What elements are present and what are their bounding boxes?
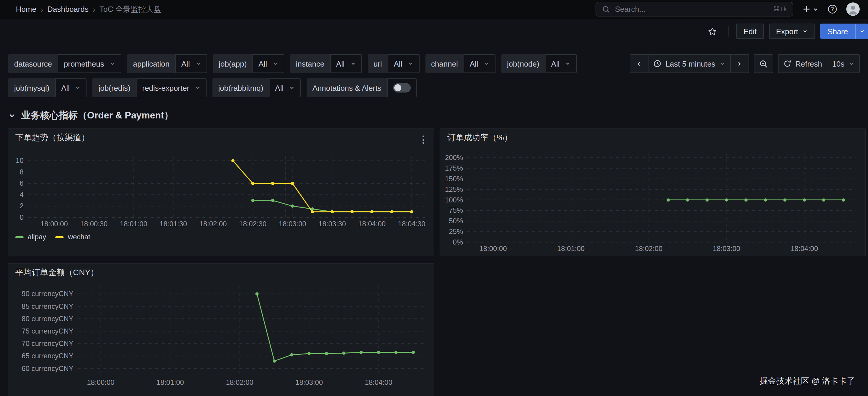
share-button[interactable]: Share — [820, 24, 855, 39]
filter-job-app-select[interactable]: All — [253, 54, 284, 73]
filter-job-redis-select[interactable]: redis-exporter — [136, 78, 206, 97]
filter-application-select[interactable]: All — [175, 54, 207, 73]
filter-job-mysql-select[interactable]: All — [55, 78, 87, 97]
grafana-dashboard: Home › Dashboards › ToC 全景监控大盘 Search...… — [0, 0, 868, 396]
chevron-down-icon — [350, 61, 356, 66]
panel-header[interactable]: 平均订单金额（CNY） — [8, 264, 434, 282]
svg-text:80 currencyCNY: 80 currencyCNY — [22, 315, 73, 322]
svg-text:18:01:00: 18:01:00 — [120, 220, 147, 228]
filter-label: job(app) — [213, 54, 252, 73]
chevron-down-icon — [195, 85, 201, 91]
breadcrumb: Home › Dashboards › ToC 全景监控大盘 — [16, 4, 161, 15]
svg-text:25%: 25% — [449, 227, 463, 235]
legend-item-alipay[interactable]: alipay — [15, 233, 46, 241]
filter-value: All — [551, 59, 560, 68]
svg-text:200%: 200% — [445, 153, 463, 162]
search-input[interactable]: Search... ⌘+k — [595, 2, 793, 17]
chevron-down-icon — [273, 61, 278, 66]
breadcrumb-dashboards[interactable]: Dashboards — [48, 5, 89, 13]
filter-job-node: job(node) All — [501, 54, 577, 73]
breadcrumb-separator-icon: › — [93, 5, 95, 13]
filter-datasource-select[interactable]: prometheus — [58, 54, 121, 73]
filter-job-node-select[interactable]: All — [545, 54, 577, 73]
filter-uri-select[interactable]: All — [388, 54, 419, 73]
annotations-toggle[interactable] — [393, 83, 411, 92]
chevron-down-icon — [195, 61, 201, 66]
breadcrumb-separator-icon: › — [40, 5, 43, 13]
filter-label: channel — [425, 54, 464, 73]
refresh-interval-button[interactable]: 10s — [827, 54, 860, 73]
top-nav: Home › Dashboards › ToC 全景监控大盘 Search...… — [0, 0, 868, 19]
chevron-down-icon — [289, 85, 295, 91]
time-shift-back-button[interactable] — [630, 54, 649, 73]
zoom-out-button[interactable] — [753, 54, 773, 73]
breadcrumb-home[interactable]: Home — [16, 5, 36, 13]
svg-text:18:02:00: 18:02:00 — [635, 245, 662, 253]
refresh-icon — [783, 59, 791, 68]
filter-instance-select[interactable]: All — [330, 54, 362, 73]
legend-label: alipay — [28, 233, 46, 241]
new-button[interactable] — [802, 5, 818, 13]
time-range-button[interactable]: Last 5 minutes — [648, 54, 731, 73]
svg-text:90 currencyCNY: 90 currencyCNY — [22, 290, 73, 298]
order-success-rate-chart[interactable]: 18:00:0018:01:0018:02:0018:03:0018:04:00… — [444, 147, 861, 254]
filter-instance: instance All — [290, 54, 362, 73]
filter-label: datasource — [8, 54, 58, 73]
chevron-down-icon — [110, 61, 115, 66]
svg-text:50%: 50% — [449, 217, 463, 225]
panel-avg-order-amount: 平均订单金额（CNY） 18:00:0018:01:0018:02:0018:0… — [8, 263, 434, 396]
svg-text:2: 2 — [20, 202, 24, 210]
edit-button[interactable]: Edit — [737, 24, 764, 39]
variables-row-1: datasource prometheus application All jo… — [8, 54, 577, 73]
svg-text:18:02:30: 18:02:30 — [239, 220, 266, 228]
panel-menu-icon[interactable] — [419, 134, 428, 146]
filter-value: prometheus — [64, 59, 104, 68]
order-trend-chart[interactable]: 18:00:0018:00:3018:01:0018:01:3018:02:00… — [12, 147, 430, 229]
time-shift-forward-button[interactable] — [730, 54, 749, 73]
refresh-button[interactable]: Refresh — [778, 54, 827, 73]
filter-job-rabbitmq: job(rabbitmq) All — [212, 78, 301, 97]
svg-text:6: 6 — [20, 179, 24, 187]
time-range-label: Last 5 minutes — [665, 59, 715, 68]
panel-title: 订单成功率（%） — [447, 133, 512, 143]
help-button[interactable]: ? — [827, 4, 837, 14]
svg-text:18:01:30: 18:01:30 — [159, 220, 187, 228]
filter-job-mysql: job(mysql) All — [8, 78, 87, 97]
svg-text:75%: 75% — [449, 206, 463, 214]
refresh-label: Refresh — [795, 59, 822, 68]
avatar[interactable] — [846, 2, 860, 16]
svg-text:18:03:00: 18:03:00 — [296, 378, 323, 386]
footer-credit: 掘金技术社区 @ 洛卡卡了 — [760, 376, 855, 387]
chevron-down-icon — [859, 28, 865, 34]
svg-text:18:03:00: 18:03:00 — [713, 245, 740, 253]
svg-text:18:02:00: 18:02:00 — [199, 220, 226, 228]
chevron-down-icon — [719, 61, 725, 66]
chevron-down-icon — [407, 61, 413, 66]
filter-datasource: datasource prometheus — [8, 54, 121, 73]
filter-channel: channel All — [425, 54, 495, 73]
search-shortcut-hint: ⌘+k — [773, 5, 787, 13]
panel-header[interactable]: 下单趋势（按渠道） — [8, 129, 434, 147]
favorite-button[interactable] — [704, 23, 721, 39]
share-menu-button[interactable] — [855, 24, 868, 39]
legend-swatch-wechat — [56, 236, 64, 238]
chevron-down-icon — [565, 61, 571, 66]
nav-right: Search... ⌘+k ? — [595, 2, 860, 17]
section-row-business-metrics[interactable]: 业务核心指标（Order & Payment） — [8, 110, 173, 122]
filter-label: uri — [368, 54, 388, 73]
panel-header[interactable]: 订单成功率（%） — [440, 129, 865, 147]
avg-order-amount-chart[interactable]: 18:00:0018:01:0018:02:0018:03:0018:04:00… — [12, 282, 430, 388]
filter-channel-select[interactable]: All — [464, 54, 495, 73]
filter-job-app: job(app) All — [213, 54, 284, 73]
filter-job-rabbitmq-select[interactable]: All — [269, 78, 301, 97]
svg-text:75 currencyCNY: 75 currencyCNY — [22, 327, 73, 335]
user-icon — [846, 2, 860, 16]
chevron-down-icon — [802, 28, 808, 34]
section-title: 业务核心指标（Order & Payment） — [21, 110, 173, 122]
annotations-filter: Annotations & Alerts — [307, 78, 416, 97]
legend-item-wechat[interactable]: wechat — [56, 233, 90, 241]
filter-job-redis: job(redis) redis-exporter — [93, 78, 207, 97]
export-button[interactable]: Export — [769, 24, 815, 39]
svg-text:8: 8 — [20, 168, 24, 176]
svg-text:18:00:00: 18:00:00 — [87, 378, 114, 386]
